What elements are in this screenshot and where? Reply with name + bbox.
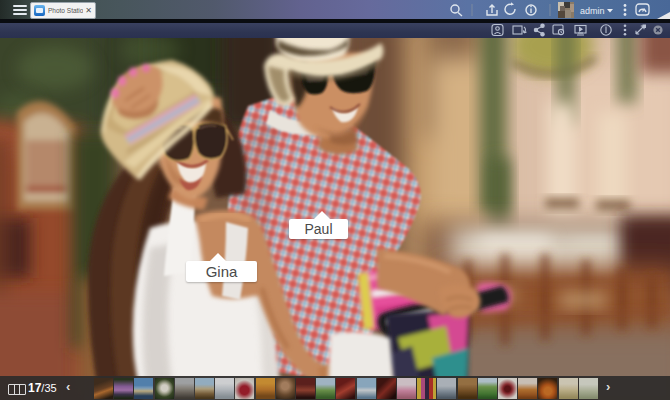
svg-text:admin: admin (580, 6, 605, 16)
